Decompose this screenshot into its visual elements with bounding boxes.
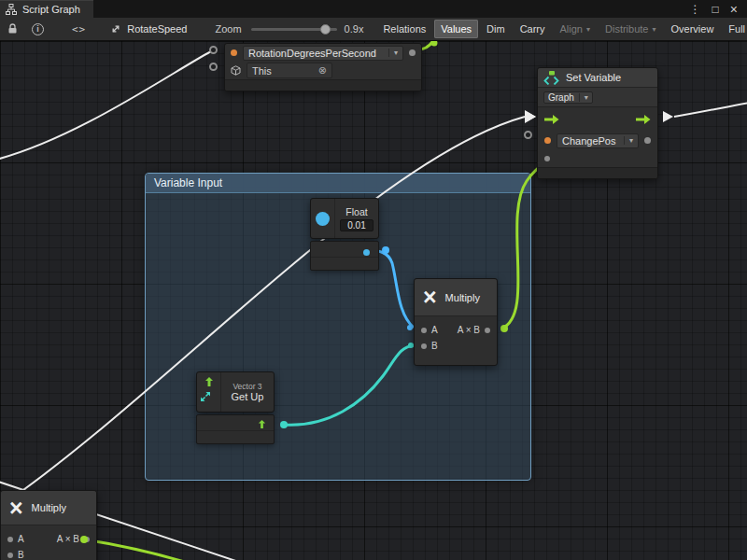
set-variable-node[interactable]: Set Variable Graph ▾ ChangePos (537, 67, 658, 179)
distribute-button: Distribute▾ (599, 20, 662, 38)
window-menu-icon[interactable]: ⋮ (690, 3, 701, 16)
graph-canvas[interactable]: Variable Input (0, 41, 747, 560)
chevron-down-icon: ▾ (388, 49, 398, 57)
wire-green-bottom[interactable] (84, 539, 224, 560)
float-output-port[interactable] (363, 249, 370, 256)
vector3-type-label: Vector 3 (233, 382, 261, 391)
variable-scope: Graph (548, 92, 574, 103)
wire-white-left-top[interactable] (0, 51, 211, 161)
tab-script-graph[interactable]: Script Graph (0, 0, 93, 18)
get-variable-node[interactable]: RotationDegreesPerSecond ▾ This ⊗ (224, 43, 422, 91)
variable-type-port[interactable] (231, 49, 237, 56)
close-icon[interactable]: × (730, 2, 738, 17)
flow-wire-arrowhead (526, 111, 536, 122)
port-a[interactable] (7, 537, 13, 542)
variable-name-dropdown[interactable]: RotationDegreesPerSecond ▾ (243, 46, 403, 61)
flow-wire-arrowhead (663, 111, 673, 122)
arrow-up-icon (204, 376, 215, 387)
multiply-icon: × (9, 497, 23, 520)
lock-icon[interactable] (7, 23, 18, 35)
null-check-icon[interactable]: ⊗ (318, 64, 327, 77)
result-port[interactable] (485, 328, 490, 333)
input-port-ring[interactable] (209, 63, 218, 71)
unity-visual-scripting-window: Script Graph ⋮ □ × i <> (0, 0, 747, 560)
graph-toolbar: i <> RotateSpeed Zoom 0.9x Relations Val… (0, 18, 747, 41)
input-port-ring[interactable] (524, 131, 532, 139)
port-a[interactable] (421, 328, 427, 333)
multiply-title: Multiply (445, 292, 480, 303)
value-input-port[interactable] (644, 137, 651, 144)
graph-asset-name: RotateSpeed (127, 23, 187, 35)
titlebar-spacer (93, 0, 690, 18)
port-b[interactable] (7, 553, 13, 558)
chevron-down-icon: ▾ (624, 136, 633, 145)
flow-input-arrow-icon[interactable] (544, 115, 559, 125)
group-header[interactable]: Variable Input (146, 174, 530, 193)
variable-scope-dropdown[interactable]: Graph ▾ (543, 91, 593, 104)
zoom-slider-handle[interactable] (320, 24, 331, 35)
port-b-label: B (18, 550, 24, 560)
zoom-slider[interactable] (251, 28, 337, 31)
carry-button[interactable]: Carry (514, 20, 552, 38)
multiply-title: Multiply (32, 502, 66, 513)
set-variable-icon (543, 71, 559, 85)
code-view-icon[interactable]: <> (72, 23, 86, 35)
get-up-node[interactable]: Vector 3 Get Up (196, 371, 275, 413)
multiply-node-2[interactable]: × Multiply A A × B B (0, 490, 97, 560)
node-footer (225, 79, 421, 91)
float-value-field[interactable]: 0.01 (340, 219, 373, 231)
get-up-title: Get Up (232, 391, 264, 402)
float-type-icon (316, 212, 330, 226)
align-button: Align▾ (554, 20, 597, 38)
port-a-label: A (18, 534, 24, 544)
variable-name: RotationDegreesPerSecond (248, 48, 384, 59)
flow-output-arrow-icon[interactable] (636, 115, 651, 125)
script-graph-icon (6, 4, 17, 15)
wire-green-endpoint (80, 536, 88, 543)
set-variable-title: Set Variable (566, 72, 621, 83)
wire-green-endpoint (431, 41, 438, 47)
set-variable-name-dropdown[interactable]: ChangePos ▾ (557, 133, 639, 148)
overview-button[interactable]: Overview (665, 20, 721, 38)
port-b[interactable] (421, 343, 427, 349)
port-b-label: B (431, 341, 438, 351)
set-variable-header[interactable]: Set Variable (538, 68, 657, 88)
multiply-icon: × (423, 286, 437, 309)
maximize-icon[interactable]: □ (712, 3, 719, 16)
multiply-node[interactable]: × Multiply A A × B B (414, 278, 498, 366)
toolbar-buttons: Relations Values Dim Carry Align▾ Distri… (376, 20, 747, 38)
port-a-label: A (431, 325, 438, 335)
info-icon[interactable]: i (32, 23, 44, 35)
set-variable-name: ChangePos (562, 135, 619, 147)
values-button[interactable]: Values (434, 20, 478, 38)
wire-white-from-set-variable[interactable] (674, 102, 747, 117)
zoom-label: Zoom (215, 23, 241, 35)
target-object-field[interactable]: This ⊗ (247, 63, 332, 78)
target-label: This (252, 65, 272, 77)
input-port-ring[interactable] (209, 46, 218, 54)
float-type-label: Float (345, 206, 367, 217)
chevron-down-icon: ▾ (652, 25, 655, 34)
result-port-label: A × B (458, 325, 480, 335)
zoom-value: 0.9x (345, 23, 364, 35)
value-type-port[interactable] (544, 137, 551, 144)
flow-ports-row (538, 107, 657, 132)
node-footer (538, 167, 657, 178)
output-value-port[interactable] (544, 156, 550, 161)
tab-label: Script Graph (22, 4, 80, 15)
get-up-port-strip (196, 414, 275, 444)
variable-output-port[interactable] (409, 49, 416, 56)
graph-asset-icon (110, 23, 121, 35)
group-title: Variable Input (154, 176, 222, 189)
title-bar: Script Graph ⋮ □ × (0, 0, 747, 18)
cube-icon (231, 65, 241, 76)
chevron-down-icon: ▾ (586, 25, 590, 34)
full-screen-button[interactable]: Full Screen (722, 20, 747, 38)
float-literal-node[interactable]: Float 0.01 (310, 198, 379, 239)
relations-button[interactable]: Relations (376, 20, 432, 38)
vector-output-port[interactable] (257, 419, 267, 429)
dim-button[interactable]: Dim (480, 20, 512, 38)
result-port-label: A × B (57, 534, 79, 544)
chevron-down-icon: ▾ (579, 93, 588, 102)
vector-arrows-icon (200, 391, 211, 402)
